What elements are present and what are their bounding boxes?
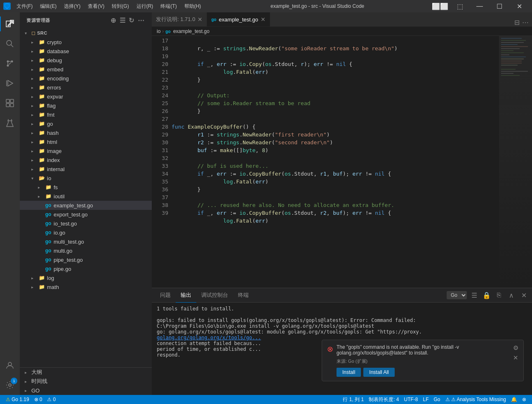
menu-view[interactable]: 查看(V)	[85, 2, 108, 11]
panel-tab-problems[interactable]: 问题	[155, 288, 176, 303]
tree-item-io-test[interactable]: go io_test.go	[20, 219, 152, 228]
layout-split-icon[interactable]: ⬚	[450, 0, 469, 12]
tree-item-hash[interactable]: ▸ 📁 hash	[20, 128, 152, 137]
tree-item-pipe-go[interactable]: go pipe.go	[20, 264, 152, 273]
panel-tab-terminal[interactable]: 终端	[233, 288, 254, 303]
menu-help[interactable]: 帮助(H)	[181, 2, 205, 11]
more-actions-icon[interactable]: ⋯	[522, 19, 529, 26]
breadcrumb-io[interactable]: io	[157, 28, 160, 34]
install-button[interactable]: Install	[337, 368, 361, 377]
panel-tab-debug[interactable]: 调试控制台	[196, 288, 233, 303]
tree-item-index[interactable]: ▸ 📁 index	[20, 155, 152, 164]
status-position[interactable]: 行 1, 列 1	[340, 395, 366, 404]
new-file-icon[interactable]: ⊕	[110, 16, 117, 25]
install-all-button[interactable]: Install All	[363, 368, 394, 377]
tree-item-fmt[interactable]: ▸ 📁 fmt	[20, 110, 152, 119]
new-folder-icon[interactable]: ☰	[119, 16, 127, 25]
tree-item-crypto[interactable]: ▸ 📁 crypto	[20, 38, 152, 47]
activity-extensions[interactable]	[0, 93, 20, 113]
sidebar-header: 资源管理器 ⊕ ☰ ↻ ⋯	[20, 12, 152, 27]
activity-explorer[interactable]	[0, 14, 20, 34]
tree-item-flag[interactable]: ▸ 📁 flag	[20, 101, 152, 110]
notification-settings-icon[interactable]: ⚙	[513, 344, 518, 352]
breadcrumb-file[interactable]: go example_test.go	[165, 28, 210, 34]
status-errors[interactable]: ⊗ 0	[32, 395, 45, 404]
section-outline[interactable]: ▸ 大纲	[20, 368, 152, 377]
panel-actions: Go ☰ 🔒 ⎘ ∧ ✕	[447, 290, 529, 300]
activity-run[interactable]	[0, 73, 20, 93]
layout-icon[interactable]: ⬜⬜	[431, 0, 450, 12]
status-encoding[interactable]: UTF-8	[401, 395, 420, 404]
tree-item-debug[interactable]: ▸ 📁 debug	[20, 56, 152, 65]
tree-item-embed[interactable]: ▸ 📁 embed	[20, 65, 152, 74]
tree-item-expvar[interactable]: ▸ 📁 expvar	[20, 92, 152, 101]
collapse-icon[interactable]: ⋯	[137, 16, 146, 25]
code-editor: 17 18 19 20 21 22 23 24 25 26 27 28 29 3…	[152, 36, 532, 288]
tree-item-database[interactable]: ▸ 📁 database	[20, 47, 152, 56]
menu-goto[interactable]: 转到(G)	[108, 2, 132, 11]
menu-edit[interactable]: 编辑(E)	[37, 2, 60, 11]
status-eol[interactable]: LF	[420, 395, 431, 404]
refresh-icon[interactable]: ↻	[128, 16, 135, 25]
status-language[interactable]: Go	[431, 395, 443, 404]
split-editor-icon[interactable]: ⊟	[514, 19, 520, 26]
status-warn-icon: ⚠	[47, 397, 52, 402]
tree-item-internal[interactable]: ▸ 📁 internal	[20, 164, 152, 174]
tree-item-multi-go[interactable]: go multi.go	[20, 246, 152, 255]
status-analysis-tools[interactable]: ⚠ ⚠ Analysis Tools Missing	[443, 395, 509, 404]
activity-search[interactable]	[0, 34, 20, 54]
notification-close-icon[interactable]: ✕	[513, 354, 518, 362]
status-error-icon: ⊗	[34, 397, 38, 402]
svg-rect-25	[501, 59, 524, 59]
tree-item-fs[interactable]: ▸ 📁 fs	[20, 183, 152, 192]
panel-copy-icon[interactable]: ⎘	[494, 290, 504, 300]
panel-close-icon[interactable]: ✕	[519, 290, 529, 300]
close-button[interactable]: ✕	[510, 0, 529, 12]
svg-rect-18	[501, 44, 518, 45]
status-notifications[interactable]: 🔔	[508, 395, 520, 404]
menu-run[interactable]: 运行(R)	[133, 2, 157, 11]
status-go-version[interactable]: ⚠ Go 1.19	[3, 395, 32, 404]
maximize-button[interactable]: ☐	[490, 0, 509, 12]
tab-release-notes[interactable]: 发行说明: 1.71.0 ✕	[152, 12, 207, 26]
panel-clear-icon[interactable]: ☰	[469, 290, 479, 300]
activity-source-control[interactable]	[0, 54, 20, 73]
tree-item-errors[interactable]: ▸ 📁 errors	[20, 83, 152, 92]
tree-item-log[interactable]: ▸ 📁 log	[20, 273, 152, 282]
tree-item-src[interactable]: ▾ ◻ SRC	[20, 28, 152, 38]
code-content[interactable]: r, _ := strings.NewReader("some ioReader…	[172, 36, 499, 288]
panel-maximize-icon[interactable]: ∧	[506, 290, 516, 300]
tab-example-test[interactable]: go example_test.go ✕	[207, 12, 270, 26]
tree-item-ioutil[interactable]: ▸ 📁 ioutil	[20, 192, 152, 201]
tree-item-export-test[interactable]: go export_test.go	[20, 210, 152, 219]
panel-tab-output[interactable]: 输出	[176, 288, 196, 303]
tab-close-release[interactable]: ✕	[198, 16, 202, 23]
svg-rect-32	[501, 75, 520, 76]
menu-select[interactable]: 选择(Y)	[61, 2, 84, 11]
section-go[interactable]: ▸ GO	[20, 386, 152, 395]
status-warnings[interactable]: ⚠ 0	[45, 395, 58, 404]
tree-item-pipe-test[interactable]: go pipe_test.go	[20, 255, 152, 264]
tree-item-example-test[interactable]: go example_test.go	[20, 201, 152, 210]
menu-terminal[interactable]: 终端(T)	[157, 2, 180, 11]
status-feedback[interactable]: ⊗	[520, 395, 529, 404]
tree-item-go[interactable]: ▸ 📁 go	[20, 119, 152, 128]
section-timeline[interactable]: ▸ 时间线	[20, 377, 152, 386]
tree-item-io[interactable]: ▾ 📂 io	[20, 174, 152, 183]
status-bar: ⚠ Go 1.19 ⊗ 0 ⚠ 0 行 1, 列 1 制表符长度: 4 UTF-…	[0, 395, 532, 404]
tree-item-encoding[interactable]: ▸ 📁 encoding	[20, 74, 152, 83]
panel-lock-icon[interactable]: 🔒	[482, 290, 492, 300]
activity-settings[interactable]: 1	[0, 375, 20, 395]
tree-item-io-go[interactable]: go io.go	[20, 228, 152, 237]
minimize-button[interactable]: —	[470, 0, 489, 12]
activity-account[interactable]	[0, 355, 20, 375]
tree-item-image[interactable]: ▸ 📁 image	[20, 146, 152, 155]
tab-close-example[interactable]: ✕	[261, 16, 266, 23]
tree-item-math[interactable]: ▸ 📁 math	[20, 282, 152, 291]
menu-file[interactable]: 文件(F)	[13, 2, 36, 11]
tree-item-multi-test[interactable]: go multi_test.go	[20, 237, 152, 246]
status-indent[interactable]: 制表符长度: 4	[366, 395, 401, 404]
output-source-dropdown[interactable]: Go	[447, 291, 467, 299]
activity-test[interactable]	[0, 113, 20, 133]
tree-item-html[interactable]: ▸ 📁 html	[20, 137, 152, 146]
